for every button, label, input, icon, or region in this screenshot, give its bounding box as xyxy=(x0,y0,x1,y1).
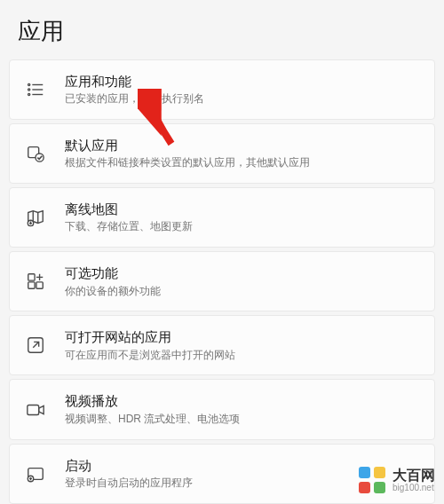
svg-rect-11 xyxy=(28,274,35,280)
svg-rect-18 xyxy=(28,405,39,414)
video-playback-item[interactable]: 视频播放 视频调整、HDR 流式处理、电池选项 xyxy=(9,379,435,439)
optional-features-item[interactable]: 可选功能 你的设备的额外功能 xyxy=(9,251,435,311)
watermark-name: 大百网 xyxy=(392,468,435,484)
svg-rect-13 xyxy=(36,282,43,288)
svg-rect-23 xyxy=(359,482,370,493)
grid-plus-icon xyxy=(24,270,47,293)
svg-point-5 xyxy=(28,93,30,95)
svg-point-3 xyxy=(28,83,30,85)
item-desc: 视频调整、HDR 流式处理、电池选项 xyxy=(65,412,420,427)
item-desc: 可在应用而不是浏览器中打开的网站 xyxy=(65,348,420,363)
default-apps-icon xyxy=(24,142,47,165)
startup-icon xyxy=(24,462,47,485)
watermark-url: big100.net xyxy=(392,483,435,492)
apps-for-websites-item[interactable]: 可打开网站的应用 可在应用而不是浏览器中打开的网站 xyxy=(9,315,435,375)
item-title: 应用和功能 xyxy=(65,73,420,91)
svg-rect-21 xyxy=(359,467,370,478)
item-title: 默认应用 xyxy=(65,137,420,154)
settings-list: 应用和功能 已安装的应用， 用执行别名 默认应用 根据文件和链接种类设置的默认应… xyxy=(0,59,444,504)
svg-line-17 xyxy=(33,343,38,348)
default-apps-item[interactable]: 默认应用 根据文件和链接种类设置的默认应用，其他默认应用 xyxy=(9,123,435,184)
item-title: 可打开网站的应用 xyxy=(65,328,420,346)
svg-point-4 xyxy=(28,89,30,91)
item-desc: 你的设备的额外功能 xyxy=(65,284,420,299)
list-icon xyxy=(24,78,47,101)
item-title: 离线地图 xyxy=(65,201,420,218)
svg-rect-12 xyxy=(28,282,35,288)
offline-maps-item[interactable]: 离线地图 下载、存储位置、地图更新 xyxy=(9,187,435,248)
map-icon xyxy=(24,206,47,229)
svg-rect-22 xyxy=(374,467,385,478)
svg-point-7 xyxy=(36,154,44,161)
apps-features-item[interactable]: 应用和功能 已安装的应用， 用执行别名 xyxy=(9,59,435,120)
page-title: 应用 xyxy=(0,0,444,59)
svg-rect-24 xyxy=(374,482,385,493)
item-title: 视频播放 xyxy=(65,392,420,410)
watermark-logo-icon xyxy=(357,465,387,495)
watermark: 大百网 big100.net xyxy=(357,465,435,495)
open-website-icon xyxy=(24,334,47,357)
item-desc: 根据文件和链接种类设置的默认应用，其他默认应用 xyxy=(65,155,420,170)
item-title: 可选功能 xyxy=(65,264,420,282)
item-desc: 下载、存储位置、地图更新 xyxy=(65,219,420,234)
video-icon xyxy=(24,398,47,421)
item-desc: 已安装的应用， 用执行别名 xyxy=(65,91,420,106)
